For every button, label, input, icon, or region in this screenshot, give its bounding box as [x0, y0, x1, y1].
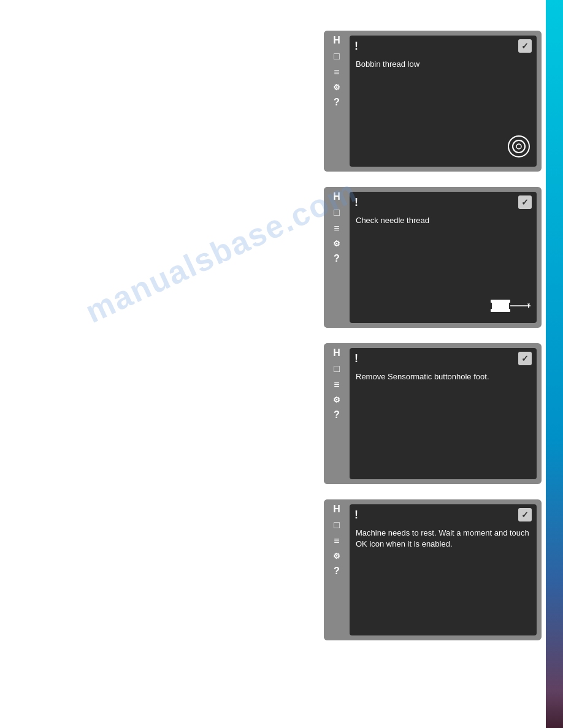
sidebar-home-4[interactable]: H [333, 504, 340, 514]
alert-icon-2: ! [354, 196, 358, 209]
sidebar-home-2[interactable]: H [333, 192, 340, 202]
sidebar-menu-3[interactable]: ≡ [334, 380, 339, 390]
sidebar-settings-3[interactable]: ⚙ [333, 396, 340, 404]
bobbin-svg [507, 135, 530, 158]
right-gradient-bar [546, 0, 563, 728]
sidebar-settings-1[interactable]: ⚙ [333, 83, 340, 91]
sidebar-settings-4[interactable]: ⚙ [333, 552, 340, 560]
svg-point-2 [516, 144, 521, 149]
sidebar-menu-2[interactable]: ≡ [334, 224, 339, 233]
sidebar-help-4[interactable]: ? [334, 566, 340, 576]
sidebar-4: H □ ≡ ⚙ ? [324, 499, 350, 640]
screen-1: ! Bobbin thread low [350, 36, 537, 167]
topbar-4: ! [350, 504, 537, 524]
machine-panel-4: H □ ≡ ⚙ ? ! Machine needs to rest. Wait … [324, 499, 542, 640]
sidebar-help-3[interactable]: ? [334, 410, 340, 420]
spool-icon-2 [491, 297, 530, 317]
message-2: Check needle thread [350, 211, 537, 230]
alert-icon-1: ! [354, 40, 358, 53]
machine-panel-1: H □ ≡ ⚙ ? ! Bobbin thread low [324, 31, 542, 172]
sidebar-menu-4[interactable]: ≡ [334, 536, 339, 546]
sidebar-stitch-4[interactable]: □ [334, 520, 340, 530]
topbar-2: ! [350, 192, 537, 211]
screen-4: ! Machine needs to rest. Wait a moment a… [350, 504, 537, 635]
sidebar-home-1[interactable]: H [333, 36, 340, 45]
watermark: manualsbase.com [80, 172, 362, 330]
ok-button-1[interactable] [518, 39, 532, 53]
svg-rect-4 [491, 300, 510, 303]
message-4: Machine needs to rest. Wait a moment and… [350, 524, 537, 553]
sidebar-3: H □ ≡ ⚙ ? [324, 343, 350, 484]
svg-point-1 [513, 140, 525, 153]
screen-3: ! Remove Sensormatic buttonhole foot. [350, 348, 537, 479]
sidebar-stitch-2[interactable]: □ [334, 208, 340, 218]
sidebar-home-3[interactable]: H [333, 348, 340, 358]
screen-2: ! Check needle thread [350, 192, 537, 323]
svg-rect-5 [491, 309, 510, 312]
sidebar-settings-2[interactable]: ⚙ [333, 240, 340, 248]
message-3: Remove Sensormatic buttonhole foot. [350, 368, 537, 386]
alert-icon-4: ! [354, 509, 358, 521]
svg-rect-3 [492, 302, 509, 309]
sidebar-menu-1[interactable]: ≡ [334, 67, 339, 77]
topbar-1: ! [350, 36, 537, 55]
sidebar-1: H □ ≡ ⚙ ? [324, 31, 350, 172]
ok-button-3[interactable] [518, 352, 532, 365]
sidebar-help-1[interactable]: ? [334, 97, 340, 107]
topbar-3: ! [350, 348, 537, 368]
spool-svg [491, 297, 530, 314]
bobbin-icon-1 [507, 135, 530, 161]
sidebar-stitch-3[interactable]: □ [334, 364, 340, 374]
message-1: Bobbin thread low [350, 55, 537, 74]
svg-point-0 [508, 136, 529, 157]
sidebar-stitch-1[interactable]: □ [334, 51, 340, 61]
machine-panel-2: H □ ≡ ⚙ ? ! Check needle thread [324, 187, 542, 328]
ok-button-2[interactable] [518, 195, 532, 209]
machine-panel-3: H □ ≡ ⚙ ? ! Remove Sensormatic buttonhol… [324, 343, 542, 484]
alert-icon-3: ! [354, 352, 358, 365]
sidebar-2: H □ ≡ ⚙ ? [324, 187, 350, 328]
ok-button-4[interactable] [518, 508, 532, 521]
sidebar-help-2[interactable]: ? [334, 254, 340, 264]
